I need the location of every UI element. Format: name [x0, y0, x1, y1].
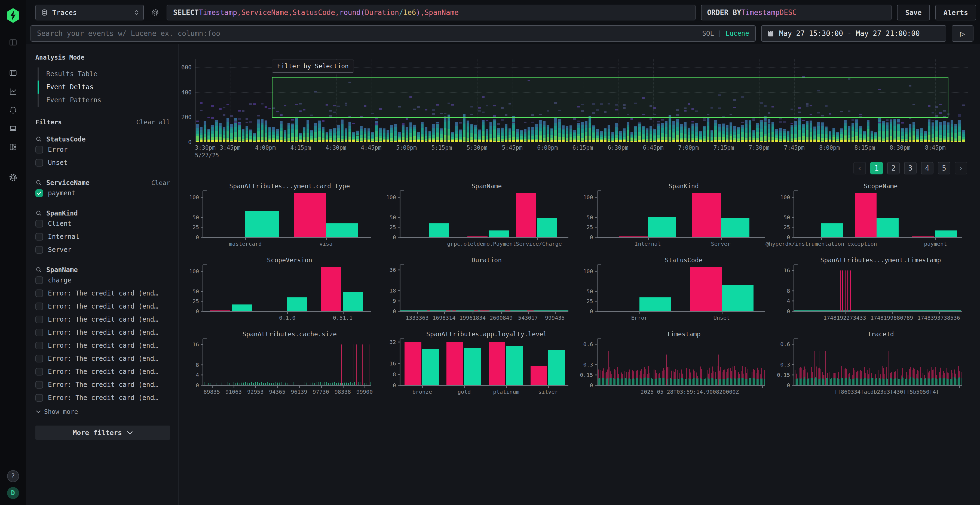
- filter-option[interactable]: Unset: [35, 156, 173, 169]
- filter-by-selection-tooltip[interactable]: Filter by Selection: [272, 60, 354, 73]
- checkbox[interactable]: [35, 381, 43, 389]
- filter-option[interactable]: Server: [35, 243, 173, 256]
- checkbox[interactable]: [35, 368, 43, 375]
- checkbox[interactable]: [35, 189, 43, 197]
- heatmap-canvas[interactable]: 0200400600Filter by Selection: [195, 59, 968, 142]
- heatmap-cell: [901, 139, 904, 141]
- pagination-page-3[interactable]: 3: [904, 162, 916, 175]
- clear-all-filters-link[interactable]: Clear all: [136, 119, 170, 126]
- heatmap-cell: [558, 119, 561, 122]
- filter-option[interactable]: Error: [35, 143, 173, 156]
- show-more-link[interactable]: Show more: [36, 408, 173, 415]
- events-heatmap: 0200400600Filter by Selection 3:30pm3:45…: [180, 59, 968, 161]
- checkbox[interactable]: [35, 289, 43, 297]
- checkbox[interactable]: [35, 329, 43, 336]
- sql-orderby-input[interactable]: ORDER BY Timestamp DESC: [701, 5, 891, 21]
- pagination-page-5[interactable]: 5: [938, 162, 950, 175]
- x-tick: [762, 385, 763, 388]
- heatmap-cell: [756, 132, 759, 137]
- pagination-page-1[interactable]: 1: [870, 162, 883, 175]
- toggle-lucene[interactable]: Lucene: [725, 30, 749, 37]
- filter-option[interactable]: Error: The credit card (end…: [35, 326, 173, 339]
- help-button[interactable]: ?: [7, 470, 19, 482]
- checkbox[interactable]: [35, 220, 43, 227]
- checkbox[interactable]: [35, 146, 43, 154]
- search-input[interactable]: [37, 29, 697, 38]
- sql-select-input[interactable]: SELECT Timestamp,ServiceName,StatusCode,…: [167, 5, 695, 21]
- search-logs-icon[interactable]: [5, 65, 21, 81]
- checkbox[interactable]: [35, 394, 43, 402]
- gen-mark: [707, 370, 708, 377]
- clear-filter-link[interactable]: Clear: [151, 179, 170, 186]
- search-icon[interactable]: [35, 179, 43, 186]
- checkbox[interactable]: [35, 246, 43, 254]
- gen-mark: [624, 371, 624, 378]
- search-icon[interactable]: [35, 266, 43, 273]
- run-query-button[interactable]: ▷: [952, 25, 974, 41]
- source-select[interactable]: Traces: [35, 5, 144, 21]
- filter-option[interactable]: Internal: [35, 230, 173, 243]
- heatmap-cell: [333, 135, 336, 140]
- y-tick: [792, 301, 794, 302]
- filter-option[interactable]: Error: The credit card (end…: [35, 365, 173, 378]
- pagination-prev-button[interactable]: ‹: [853, 162, 866, 175]
- heatmap-cell: [524, 132, 527, 134]
- heatmap-cell: [932, 129, 934, 134]
- heatmap-cell: [352, 137, 355, 139]
- checkbox[interactable]: [35, 316, 43, 323]
- chart-explorer-icon[interactable]: [5, 84, 21, 99]
- pagination-page-4[interactable]: 4: [921, 162, 934, 175]
- filter-option[interactable]: Client: [35, 217, 173, 230]
- source-settings-gear-icon[interactable]: [149, 6, 161, 19]
- filter-option[interactable]: Error: The credit card (end…: [35, 391, 173, 404]
- save-button[interactable]: Save: [897, 5, 930, 21]
- analysis-mode-item[interactable]: Event Patterns: [38, 94, 173, 106]
- sidebar-toggle-icon[interactable]: [5, 35, 21, 50]
- checkbox[interactable]: [35, 276, 43, 284]
- filter-option[interactable]: charge: [35, 274, 173, 287]
- settings-gear-icon[interactable]: [5, 170, 21, 185]
- heatmap-cell: [356, 132, 359, 133]
- alerts-button[interactable]: Alerts: [935, 5, 976, 21]
- app-logo-icon[interactable]: [5, 7, 21, 24]
- gen-mark: [750, 378, 751, 385]
- filter-option[interactable]: Error: The credit card (end…: [35, 352, 173, 365]
- heatmap-cell: [627, 136, 629, 141]
- search-icon[interactable]: [35, 136, 43, 143]
- filter-option[interactable]: Error: The credit card (end…: [35, 339, 173, 352]
- more-filters-button[interactable]: More filters: [35, 426, 170, 440]
- heatmap-cell: [200, 133, 202, 135]
- gen-mark: [811, 367, 812, 377]
- alerts-bell-icon[interactable]: [5, 102, 21, 118]
- pagination-page-2[interactable]: 2: [887, 162, 900, 175]
- gen-mark: [221, 383, 222, 385]
- search-icon[interactable]: [35, 210, 43, 217]
- heatmap-cell: [234, 122, 237, 123]
- checkbox[interactable]: [35, 342, 43, 349]
- heatmap-cell: [425, 133, 427, 136]
- checkbox[interactable]: [35, 233, 43, 241]
- checkbox[interactable]: [35, 303, 43, 310]
- filter-option[interactable]: Error: The credit card (end…: [35, 313, 173, 326]
- analysis-mode-item[interactable]: Results Table: [38, 67, 173, 81]
- heatmap-cell: [810, 128, 812, 132]
- checkbox[interactable]: [35, 355, 43, 362]
- gen-mark: [730, 368, 731, 378]
- selection-rectangle[interactable]: [272, 77, 948, 118]
- heatmap-cell: [672, 129, 675, 132]
- date-range-picker[interactable]: May 27 15:30:00 - May 27 21:00:00: [761, 25, 946, 41]
- dashboards-icon[interactable]: [5, 139, 21, 154]
- filter-option[interactable]: Error: The credit card (end…: [35, 287, 173, 300]
- filter-option[interactable]: Error: The credit card (end…: [35, 378, 173, 391]
- checkbox[interactable]: [35, 159, 43, 167]
- filter-option[interactable]: Error: The credit card (end…: [35, 300, 173, 313]
- pagination-next-button[interactable]: ›: [955, 162, 967, 175]
- user-avatar[interactable]: D: [7, 487, 19, 499]
- heatmap-cell: [398, 138, 401, 140]
- heatmap-cell: [455, 140, 458, 142]
- toggle-sql[interactable]: SQL: [702, 30, 714, 37]
- filter-option[interactable]: payment: [35, 187, 173, 200]
- analysis-mode-item[interactable]: Event Deltas: [38, 81, 173, 94]
- sessions-laptop-icon[interactable]: [5, 121, 21, 136]
- x-axis-label: 1698314: [433, 314, 455, 321]
